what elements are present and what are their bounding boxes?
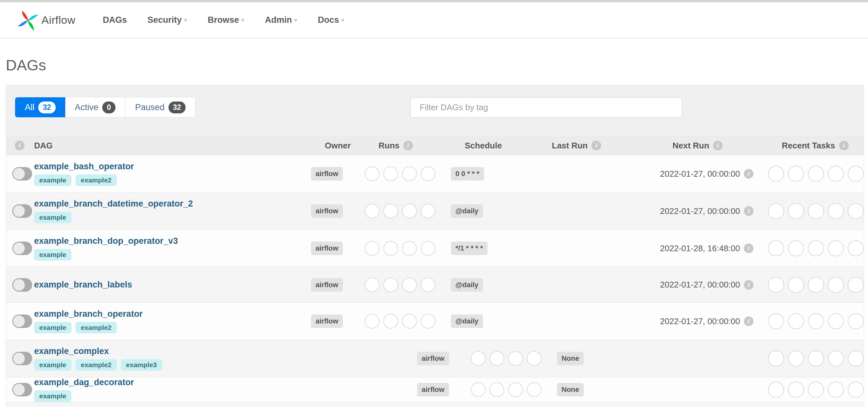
toggle-knob	[13, 353, 25, 364]
dag-runs-status-circles[interactable]	[365, 241, 435, 256]
task-status-circle	[848, 166, 864, 182]
dag-pause-toggle[interactable]	[12, 278, 32, 292]
tab-active[interactable]: Active 0	[65, 97, 125, 117]
dag-tag[interactable]: example	[34, 359, 71, 371]
tab-label: All	[25, 102, 34, 112]
run-status-circle	[402, 166, 417, 181]
task-status-circle	[848, 350, 864, 367]
dag-name-link[interactable]: example_complex	[34, 346, 399, 356]
recent-tasks-status-circles[interactable]	[768, 313, 864, 329]
task-status-circle	[808, 350, 824, 367]
nav-item-docs[interactable]: Docs ▾	[318, 15, 344, 25]
tab-paused[interactable]: Paused 32	[125, 97, 195, 117]
next-run-cell: 2022-01-27, 00:00:00 i	[647, 206, 753, 216]
recent-tasks-status-circles[interactable]	[768, 240, 864, 256]
dag-tag[interactable]: example	[34, 249, 71, 261]
dag-runs-status-circles[interactable]	[365, 314, 435, 329]
dag-pause-toggle[interactable]	[12, 204, 32, 218]
run-status-circle	[383, 314, 398, 329]
nav-item-admin[interactable]: Admin ▾	[265, 15, 298, 25]
run-status-circle	[508, 382, 523, 397]
navbar: Airflow DAGs Security ▾ Browse ▾ Admin ▾…	[0, 2, 868, 39]
dag-pause-toggle[interactable]	[12, 314, 32, 328]
dag-tag[interactable]: example	[34, 212, 71, 223]
next-run-date: 2022-01-27, 00:00:00	[660, 316, 740, 326]
toggle-knob	[13, 384, 25, 396]
dag-pause-toggle[interactable]	[12, 352, 32, 365]
next-run-row-info-icon: i	[744, 206, 753, 216]
task-status-circle	[808, 240, 824, 256]
dag-tag[interactable]: example3	[121, 359, 162, 371]
task-status-circle	[848, 277, 864, 293]
run-status-circle	[471, 351, 486, 366]
recent-tasks-status-circles[interactable]	[768, 166, 864, 182]
dag-table-row: example_branch_datetime_operator_2 examp…	[6, 193, 864, 230]
dag-runs-status-circles[interactable]	[365, 277, 435, 292]
task-status-circle	[828, 382, 844, 398]
next-run-date: 2022-01-27, 00:00:00	[660, 206, 740, 216]
dag-table-row: example_dag_decorator example airflow No…	[6, 377, 864, 403]
column-header-dag[interactable]: DAG	[34, 141, 307, 151]
column-header-schedule[interactable]: Schedule	[465, 141, 540, 151]
tab-label: Active	[75, 102, 99, 112]
run-status-circle	[471, 382, 486, 397]
dag-tag[interactable]: example2	[75, 359, 117, 371]
task-status-circle	[788, 382, 804, 398]
filter-dags-by-tag-input[interactable]	[410, 97, 682, 117]
page-title: DAGs	[6, 56, 868, 74]
dag-tag[interactable]: example	[34, 174, 71, 186]
dag-runs-status-circles[interactable]	[471, 351, 541, 366]
column-header-last-run[interactable]: Last Run i	[552, 141, 601, 151]
toggle-knob	[13, 205, 25, 217]
dag-tag-list: example example2	[34, 322, 293, 333]
brand-name: Airflow	[41, 14, 75, 26]
column-header-label: Last Run	[552, 141, 588, 151]
dag-pause-toggle[interactable]	[12, 167, 32, 180]
dag-column-info-icon: i	[15, 141, 25, 150]
tab-all[interactable]: All 32	[15, 97, 65, 117]
schedule-badge: None	[557, 352, 584, 365]
recent-tasks-status-circles[interactable]	[768, 382, 864, 398]
recent-tasks-status-circles[interactable]	[768, 203, 864, 219]
dag-tag-list: example example2 example3	[34, 359, 399, 371]
next-run-cell: 2022-01-27, 00:00:00 i	[647, 316, 753, 326]
nav-item-browse[interactable]: Browse ▾	[208, 15, 244, 25]
column-header-recent-tasks[interactable]: Recent Tasks i	[782, 141, 849, 151]
dag-tag[interactable]: example2	[75, 322, 117, 333]
chevron-down-icon: ▾	[341, 17, 344, 23]
dag-pause-toggle[interactable]	[12, 383, 32, 397]
task-status-circle	[808, 277, 824, 293]
dag-tag[interactable]: example2	[75, 174, 117, 186]
tab-count-badge: 0	[102, 102, 116, 113]
column-header-owner[interactable]: Owner	[325, 141, 369, 151]
run-status-circle	[402, 277, 417, 292]
nav-item-label: Docs	[318, 15, 339, 25]
dag-runs-status-circles[interactable]	[365, 204, 435, 218]
column-header-next-run[interactable]: Next Run i	[673, 141, 723, 151]
airflow-brand[interactable]: Airflow	[18, 10, 75, 31]
recent-tasks-status-circles[interactable]	[768, 350, 864, 367]
dag-name-link[interactable]: example_branch_datetime_operator_2	[34, 199, 293, 209]
dag-name-link[interactable]: example_branch_labels	[34, 280, 293, 290]
dag-tag[interactable]: example	[34, 390, 71, 402]
chevron-down-icon: ▾	[241, 17, 244, 23]
dag-name-link[interactable]: example_dag_decorator	[34, 377, 399, 387]
next-run-row-info-icon: i	[744, 280, 753, 290]
schedule-badge: @daily	[451, 204, 483, 218]
dag-runs-status-circles[interactable]	[471, 382, 541, 397]
column-header-runs[interactable]: Runs i	[378, 141, 413, 151]
dag-name-link[interactable]: example_branch_dop_operator_v3	[34, 236, 293, 246]
recent-tasks-status-circles[interactable]	[768, 277, 864, 293]
run-status-circle	[402, 241, 417, 256]
owner-badge: airflow	[311, 242, 343, 255]
dag-pause-toggle[interactable]	[12, 242, 32, 255]
task-status-circle	[808, 203, 824, 219]
dag-name-link[interactable]: example_branch_operator	[34, 309, 293, 319]
task-status-circle	[828, 203, 844, 219]
nav-item-dags[interactable]: DAGs	[103, 15, 127, 25]
dag-runs-status-circles[interactable]	[365, 166, 435, 181]
dag-name-link[interactable]: example_bash_operator	[34, 162, 293, 172]
run-status-circle	[383, 204, 398, 218]
nav-item-security[interactable]: Security ▾	[148, 15, 187, 25]
dag-tag[interactable]: example	[34, 322, 71, 333]
